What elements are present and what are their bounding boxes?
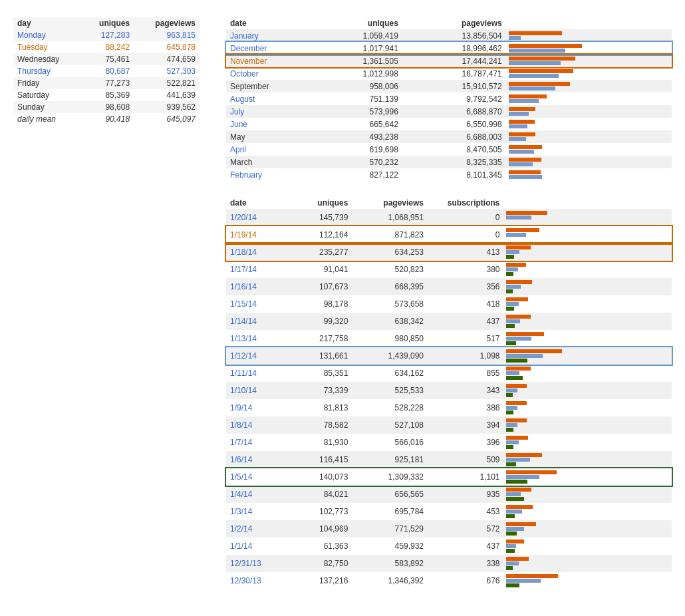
dow-pageviews: 963,815 [134,29,200,41]
day-bar [503,209,672,226]
dow-uniques: 85,369 [81,89,134,101]
table-row: October 1,012,998 16,787,471 [226,67,672,80]
day-subs: 517 [428,330,503,347]
table-row: July 573,996 6,688,870 [226,105,672,118]
month-col-pageviews: pageviews [402,17,506,29]
month-pageviews: 17,444,241 [402,55,506,67]
day-bar [503,243,672,261]
day-date: 1/16/14 [226,278,285,295]
table-row: April 619,698 8,470,505 [226,143,672,156]
table-row: 1/10/14 73,339 525,533 343 [226,382,672,399]
day-subs: 413 [428,243,503,261]
day-pageviews: 525,533 [352,382,428,399]
day-subs: 418 [428,295,503,313]
month-pageviews: 9,792,542 [402,92,506,105]
day-bar [503,330,672,347]
table-row: 12/30/13 137,216 1,346,392 676 [226,572,672,589]
month-pageviews: 8,470,505 [402,143,506,156]
day-pageviews: 638,342 [352,313,428,330]
day-uniques: 107,673 [285,278,352,295]
day-pageviews: 566,016 [352,434,428,451]
month-pageviews: 16,787,471 [402,67,506,80]
day-pageviews: 634,162 [352,365,428,382]
table-row: 1/12/14 131,661 1,439,090 1,098 [226,347,672,365]
month-bar [506,80,672,92]
day-bar [503,468,672,486]
day-uniques: 99,320 [285,313,352,330]
day-pageviews: 527,108 [352,416,428,434]
table-row: 1/5/14 140,073 1,309,332 1,101 [226,468,672,486]
month-pageviews: 6,550,998 [402,118,506,130]
month-pageviews: 6,688,870 [402,105,506,118]
table-row: 1/1/14 61,363 459,932 437 [226,538,672,555]
table-row: daily mean 90,418 645,097 [13,113,200,125]
day-subs: 356 [428,278,503,295]
day-subs: 1,101 [428,468,503,486]
day-uniques: 78,582 [285,416,352,434]
table-row: 1/19/14 112,164 871,823 0 [226,226,672,243]
day-pageviews: 668,395 [352,278,428,295]
day-subs: 935 [428,486,503,503]
month-pageviews: 15,910,572 [402,80,506,92]
day-uniques: 73,339 [285,382,352,399]
day-bar [503,572,672,589]
dow-day: Friday [13,77,81,89]
month-uniques: 493,238 [309,130,402,143]
day-bar [503,226,672,243]
month-pageviews: 6,688,003 [402,130,506,143]
day-uniques: 140,073 [285,468,352,486]
month-date: April [226,143,309,156]
dow-pageviews: 441,639 [134,89,200,101]
day-uniques: 98,178 [285,295,352,313]
month-bar [506,118,672,130]
dow-table: day uniques pageviews Monday 127,283 963… [13,17,200,125]
table-row: 1/18/14 235,277 634,253 413 [226,243,672,261]
day-col-pageviews: pageviews [352,197,428,209]
day-bar [503,278,672,295]
month-date: January [226,29,309,42]
table-row: 1/20/14 145,739 1,068,951 0 [226,209,672,226]
day-subs: 855 [428,365,503,382]
month-uniques: 665,642 [309,118,402,130]
day-date: 1/15/14 [226,295,285,313]
day-uniques: 112,164 [285,226,352,243]
dow-col-day: day [13,17,81,29]
day-subs: 1,098 [428,347,503,365]
day-date: 1/9/14 [226,399,285,416]
day-pageviews: 1,439,090 [352,347,428,365]
day-date: 1/10/14 [226,382,285,399]
table-row: September 958,006 15,910,572 [226,80,672,92]
month-pageviews: 8,101,345 [402,168,506,181]
month-bar [506,143,672,156]
day-date: 1/11/14 [226,365,285,382]
day-pageviews: 695,784 [352,503,428,520]
month-pageviews: 13,856,504 [402,29,506,42]
day-bar [503,399,672,416]
dow-col-uniques: uniques [81,17,134,29]
day-uniques: 81,930 [285,434,352,451]
day-pageviews: 1,309,332 [352,468,428,486]
table-row: 1/8/14 78,582 527,108 394 [226,416,672,434]
month-uniques: 1,361,505 [309,55,402,67]
month-uniques: 570,232 [309,156,402,168]
day-pageviews: 980,850 [352,330,428,347]
day-subs: 0 [428,209,503,226]
table-row: Monday 127,283 963,815 [13,29,200,41]
day-uniques: 61,363 [285,538,352,555]
right-panel: date uniques pageviews January 1,059,419… [226,13,672,589]
table-row: January 1,059,419 13,856,504 [226,29,672,42]
dow-pageviews: 527,303 [134,65,200,77]
month-bar [506,42,672,55]
page-layout: day uniques pageviews Monday 127,283 963… [13,13,672,589]
day-bar [503,520,672,538]
table-row: 1/4/14 84,021 656,565 935 [226,486,672,503]
dow-pageviews: 645,097 [134,113,200,125]
dow-uniques: 75,461 [81,53,134,65]
day-pageviews: 656,565 [352,486,428,503]
month-col-bars [506,17,672,29]
month-col-uniques: uniques [309,17,402,29]
month-bar [506,105,672,118]
dow-day: Wednesday [13,53,81,65]
month-date: July [226,105,309,118]
dow-uniques: 90,418 [81,113,134,125]
